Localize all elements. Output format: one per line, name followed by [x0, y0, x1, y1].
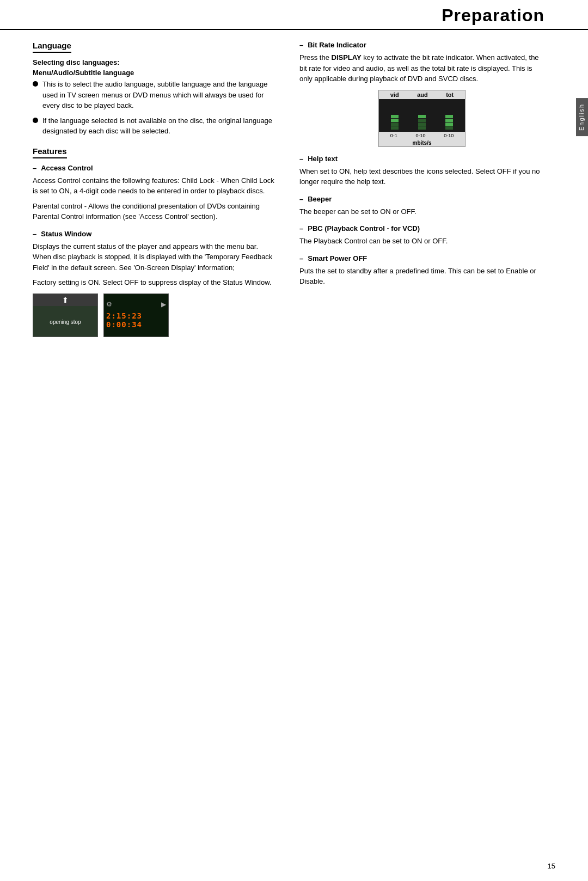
smart-power-block: Smart Power OFF Puts the set to standby …: [299, 254, 544, 287]
bar-seg-dim: [445, 126, 453, 130]
smart-power-para: Puts the set to standby after a predefin…: [299, 266, 544, 287]
dvd-display: 2:15:23 0:00:34: [104, 309, 168, 331]
status-window-para2: Factory setting is ON. Select OFF to sup…: [33, 277, 278, 288]
bitrate-bars: [379, 99, 465, 132]
aud-label: aud: [417, 91, 428, 98]
status-top-bar-left: ⬆: [33, 294, 97, 306]
bar-seg: [391, 115, 399, 118]
bar-seg: [445, 119, 453, 122]
play-icon: ▶: [161, 301, 166, 308]
selecting-disc-languages-heading: Selecting disc languages:: [33, 58, 278, 66]
bar-seg: [445, 123, 453, 126]
footer-val-1: 0-1: [390, 133, 397, 138]
bar-aud-stack: [418, 115, 426, 130]
bitrate-footer: 0-1 0-10 0-10: [379, 132, 465, 139]
language-section: Language Selecting disc languages: Menu/…: [33, 41, 278, 137]
status-images: ⬆ opening stop ⚙ ▶: [33, 293, 278, 337]
bitrate-unit-label: mbits/s: [379, 139, 465, 146]
page-number: 15: [548, 862, 555, 870]
help-text-heading: Help text: [299, 155, 544, 163]
status-window-heading: Status Window: [33, 230, 278, 238]
tray-icon: ⬆: [62, 296, 69, 304]
beeper-heading: Beeper: [299, 195, 544, 203]
bar-vid-stack: [391, 115, 399, 130]
bar-seg: [391, 119, 399, 122]
beeper-para: The beeper can be set to ON or OFF.: [299, 206, 544, 217]
pbc-block: PBC (Playback Control - for VCD) The Pla…: [299, 224, 544, 247]
status-img-right: ⚙ ▶ 2:15:23 0:00:34: [103, 293, 169, 337]
dvd-time-2: 0:00:34: [106, 320, 142, 329]
tot-label: tot: [446, 91, 454, 98]
access-control-para2: Parental control - Allows the conditiona…: [33, 201, 278, 222]
bar-tot-stack: [445, 115, 453, 130]
bullet-dot-1: [33, 81, 38, 87]
bit-rate-heading: Bit Rate Indicator: [299, 41, 544, 49]
status-img-left: ⬆ opening stop: [33, 293, 98, 337]
display-key-label: DISPLAY: [332, 53, 362, 62]
menu-audio-subtitle-heading: Menu/Audio/Subtitle language: [33, 69, 278, 77]
beeper-block: Beeper The beeper can be set to ON or OF…: [299, 195, 544, 217]
help-text-block: Help text When set to ON, help text desc…: [299, 155, 544, 187]
page-title: Preparation: [0, 5, 544, 26]
dvd-icon-row: ⚙ ▶: [104, 299, 168, 309]
bar-seg: [418, 115, 426, 118]
access-control-para1: Access Control contains the following fe…: [33, 175, 278, 197]
access-control-heading: Access Control: [33, 164, 278, 172]
status-window-para1: Displays the current status of the playe…: [33, 241, 278, 273]
language-tab: English: [576, 98, 588, 136]
dvd-time-1: 2:15:23: [106, 311, 142, 320]
bar-seg-dim: [391, 126, 399, 130]
footer-val-2: 0-10: [415, 133, 425, 138]
language-bullet-1: This is to select the audio language, su…: [33, 79, 278, 111]
language-bullet-2: If the language selected is not availabl…: [33, 115, 278, 137]
language-heading: Language: [33, 41, 71, 53]
bitrate-header: vid aud tot: [379, 90, 465, 99]
pbc-heading: PBC (Playback Control - for VCD): [299, 224, 544, 233]
help-text-para: When set to ON, help text describes the …: [299, 166, 544, 187]
status-window-block: Status Window Displays the current statu…: [33, 230, 278, 337]
bitrate-diagram: vid aud tot: [378, 90, 465, 147]
bar-seg-dim: [418, 123, 426, 126]
bit-rate-block: Bit Rate Indicator Press the DISPLAY key…: [299, 41, 544, 147]
smart-power-heading: Smart Power OFF: [299, 254, 544, 262]
footer-val-3: 0-10: [444, 133, 454, 138]
language-bullet-2-text: If the language selected is not availabl…: [42, 115, 278, 137]
bar-seg-dim: [391, 123, 399, 126]
right-column: Bit Rate Indicator Press the DISPLAY key…: [299, 41, 544, 347]
features-heading: Features: [33, 146, 67, 158]
bar-seg: [445, 115, 453, 118]
pbc-para: The Playback Control can be set to ON or…: [299, 236, 544, 247]
status-img-left-label: opening stop: [50, 319, 81, 325]
bullet-dot-2: [33, 118, 38, 123]
dvd-icon: ⚙: [106, 301, 112, 308]
bar-seg-dim: [418, 126, 426, 130]
bar-seg-dim: [418, 119, 426, 122]
bar-aud: [418, 115, 426, 130]
bit-rate-para: Press the DISPLAY key to activate the bi…: [299, 52, 544, 84]
left-column: Language Selecting disc languages: Menu/…: [33, 41, 278, 347]
main-content: Language Selecting disc languages: Menu/…: [0, 30, 588, 358]
language-bullet-1-text: This is to select the audio language, su…: [42, 79, 278, 111]
features-section: Features Access Control Access Control c…: [33, 146, 278, 337]
vid-label: vid: [390, 91, 399, 98]
access-control-block: Access Control Access Control contains t…: [33, 164, 278, 222]
page-title-bar: Preparation: [0, 0, 588, 30]
bar-vid: [391, 115, 399, 130]
bar-tot: [445, 115, 453, 130]
